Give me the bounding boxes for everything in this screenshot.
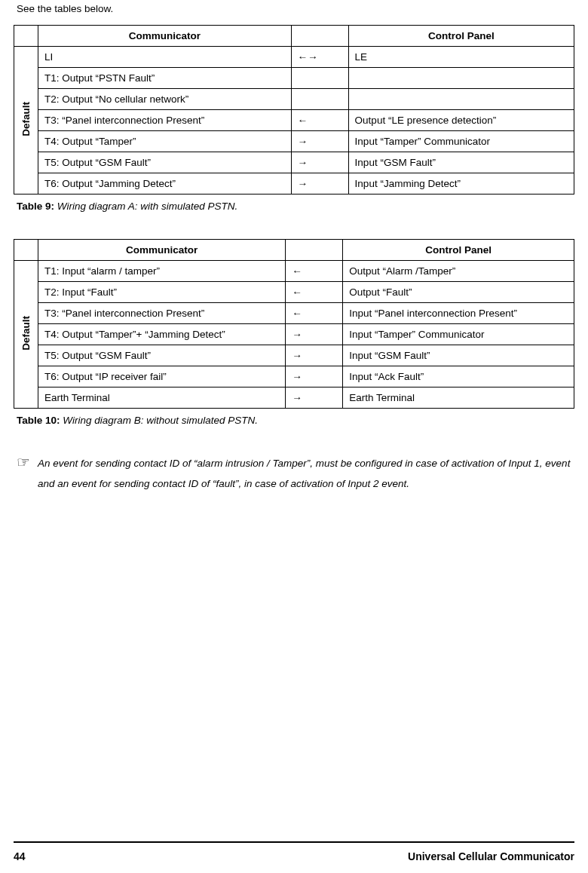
table-wiring-a: Communicator Control Panel Default LI ←→… <box>14 25 574 195</box>
table-a-header-communicator: Communicator <box>38 26 292 47</box>
table-b-r1-c1: T2: Input “Fault” <box>38 282 286 303</box>
table-b-caption-label: Table 10: <box>17 415 60 426</box>
arrow-right-icon: → <box>292 392 302 403</box>
table-row: T5: Output “GSM Fault” → Input “GSM Faul… <box>14 152 574 173</box>
table-a-r1-c3 <box>348 68 574 89</box>
table-a-r2-dir <box>291 89 348 110</box>
table-b-r6-c3: Earth Terminal <box>343 387 574 409</box>
table-a-r3-c3: Output “LE presence detection” <box>348 110 574 131</box>
arrow-left-icon: ← <box>298 51 308 63</box>
table-b-side-label: Default <box>20 316 32 351</box>
table-a-caption: Table 9: Wiring diagram A: with simulate… <box>17 201 574 212</box>
table-b-r4-c1: T5: Output “GSM Fault” <box>38 345 286 366</box>
table-row: Default LI ←→ LE <box>14 47 574 68</box>
footer-title: Universal Cellular Communicator <box>408 850 574 862</box>
table-a-r1-dir <box>291 68 348 89</box>
arrow-left-icon: ← <box>292 286 302 298</box>
table-b-caption-text: Wiring diagram B: without simulated PSTN… <box>63 415 258 426</box>
note-text: An event for sending contact ID of “alar… <box>38 453 571 494</box>
arrow-right-icon: → <box>292 350 302 361</box>
table-row: T3: “Panel interconnection Present” ← Ou… <box>14 110 574 131</box>
table-b-caption: Table 10: Wiring diagram B: without simu… <box>17 415 574 426</box>
note-block: ☞ An event for sending contact ID of “al… <box>17 453 571 494</box>
table-a-r4-dir: → <box>291 131 348 152</box>
table-a-r3-dir: ← <box>291 110 348 131</box>
table-b-r5-c1: T6: Output “IP receiver fail” <box>38 366 286 387</box>
table-row: T2: Input “Fault” ← Output “Fault” <box>14 282 574 303</box>
table-a-r4-c3: Input “Tamper” Communicator <box>348 131 574 152</box>
table-b-r3-c3: Input “Tamper” Communicator <box>343 324 574 345</box>
arrow-right-icon: → <box>292 329 302 340</box>
table-a-r5-c1: T5: Output “GSM Fault” <box>38 152 292 173</box>
table-row: T5: Output “GSM Fault” → Input “GSM Faul… <box>14 345 574 366</box>
table-b-r5-dir: → <box>286 366 343 387</box>
table-b-header-direction <box>286 240 343 261</box>
table-a-r6-c3: Input “Jamming Detect” <box>348 173 574 195</box>
table-a-side-header <box>14 26 38 47</box>
table-row: T6: Output “IP receiver fail” → Input “A… <box>14 366 574 387</box>
table-b-header-communicator: Communicator <box>38 240 286 261</box>
table-row: T6: Output “Jamming Detect” → Input “Jam… <box>14 173 574 195</box>
table-row: T1: Output “PSTN Fault” <box>14 68 574 89</box>
table-a-r1-c1: T1: Output “PSTN Fault” <box>38 68 292 89</box>
arrow-left-icon: ← <box>292 265 302 277</box>
note-hand-icon: ☞ <box>17 453 30 494</box>
table-row: T4: Output “Tamper”+ “Jamming Detect” → … <box>14 324 574 345</box>
table-b-side-header <box>14 240 38 261</box>
table-b-r2-c1: T3: “Panel interconnection Present” <box>38 303 286 324</box>
table-b-r1-dir: ← <box>286 282 343 303</box>
arrow-left-icon: ← <box>292 308 302 319</box>
table-a-r0-c1: LI <box>38 47 292 68</box>
table-b-header-control-panel: Control Panel <box>343 240 574 261</box>
table-b-r4-c3: Input “GSM Fault” <box>343 345 574 366</box>
table-row: Earth Terminal → Earth Terminal <box>14 387 574 409</box>
table-row: Default T1: Input “alarm / tamper” ← Out… <box>14 261 574 282</box>
table-b-r1-c3: Output “Fault” <box>343 282 574 303</box>
table-a-header-direction <box>291 26 348 47</box>
page-number: 44 <box>14 850 26 862</box>
table-wiring-b: Communicator Control Panel Default T1: I… <box>14 239 574 409</box>
table-b-r6-c1: Earth Terminal <box>38 387 286 409</box>
table-row: T2: Output “No cellular network” <box>14 89 574 110</box>
table-row: T3: “Panel interconnection Present” ← In… <box>14 303 574 324</box>
table-b-r0-dir: ← <box>286 261 343 282</box>
arrow-right-icon: → <box>308 51 318 63</box>
table-b-r3-c1: T4: Output “Tamper”+ “Jamming Detect” <box>38 324 286 345</box>
table-a-side-label: Default <box>20 102 32 136</box>
table-a-r5-dir: → <box>291 152 348 173</box>
arrow-right-icon: → <box>298 157 308 168</box>
table-a-r2-c3 <box>348 89 574 110</box>
table-b-r2-dir: ← <box>286 303 343 324</box>
table-a-r0-dir: ←→ <box>291 47 348 68</box>
arrow-right-icon: → <box>298 136 308 147</box>
table-a-r6-c1: T6: Output “Jamming Detect” <box>38 173 292 195</box>
table-a-r3-c1: T3: “Panel interconnection Present” <box>38 110 292 131</box>
table-row: T4: Output “Tamper” → Input “Tamper” Com… <box>14 131 574 152</box>
table-a-r4-c1: T4: Output “Tamper” <box>38 131 292 152</box>
table-a-r5-c3: Input “GSM Fault” <box>348 152 574 173</box>
table-a-caption-text: Wiring diagram A: with simulated PSTN. <box>57 201 237 212</box>
table-b-r5-c3: Input “Ack Fault” <box>343 366 574 387</box>
table-b-r3-dir: → <box>286 324 343 345</box>
table-b-r0-c3: Output “Alarm /Tamper” <box>343 261 574 282</box>
table-a-header-control-panel: Control Panel <box>348 26 574 47</box>
table-b-side-label-cell: Default <box>14 261 38 409</box>
table-a-r2-c1: T2: Output “No cellular network” <box>38 89 292 110</box>
arrow-left-icon: ← <box>298 115 308 126</box>
table-a-side-label-cell: Default <box>14 47 38 195</box>
table-b-r6-dir: → <box>286 387 343 409</box>
table-b-r4-dir: → <box>286 345 343 366</box>
arrow-right-icon: → <box>298 178 308 189</box>
arrow-right-icon: → <box>292 371 302 382</box>
table-a-caption-label: Table 9: <box>17 201 54 212</box>
table-a-r6-dir: → <box>291 173 348 195</box>
table-b-r0-c1: T1: Input “alarm / tamper” <box>38 261 286 282</box>
table-b-r2-c3: Input “Panel interconnection Present” <box>343 303 574 324</box>
intro-text: See the tables below. <box>14 0 574 25</box>
table-a-r0-c3: LE <box>348 47 574 68</box>
page-footer: 44 Universal Cellular Communicator <box>14 841 574 862</box>
